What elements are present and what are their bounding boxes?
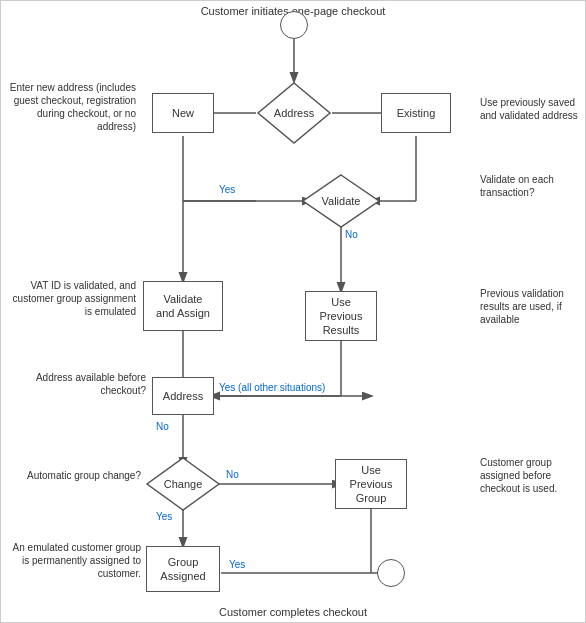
customer-group-assigned-label: Customer group assigned before checkout … xyxy=(480,456,580,495)
diagram-container: Customer initiates one-page checkout Add… xyxy=(0,0,586,623)
address-diamond: Address xyxy=(256,81,332,145)
existing-rect: Existing xyxy=(381,93,451,133)
previous-validation-label: Previous validation results are used, if… xyxy=(480,287,580,326)
new-rect: New xyxy=(152,93,214,133)
validate-on-each-label: Validate on each transaction? xyxy=(480,173,580,199)
use-previously-saved-label: Use previously saved and validated addre… xyxy=(480,96,580,122)
use-previous-group-rect: Use Previous Group xyxy=(335,459,407,509)
address2-rect: Address xyxy=(152,377,214,415)
start-circle xyxy=(280,11,308,39)
automatic-group-label: Automatic group change? xyxy=(6,469,141,482)
emulated-customer-label: An emulated customer group is permanentl… xyxy=(6,541,141,580)
address-available-label: Address available before checkout? xyxy=(6,371,146,397)
no-label-address2: No xyxy=(156,421,169,432)
vat-id-validated-label: VAT ID is validated, and customer group … xyxy=(6,279,136,318)
enter-new-address-label: Enter new address (includes guest checko… xyxy=(6,81,136,133)
yes-label-group-assigned: Yes xyxy=(229,559,245,570)
validate-diamond: Validate xyxy=(301,173,381,229)
no-label-change: No xyxy=(226,469,239,480)
yes-label-validate: Yes xyxy=(219,184,235,195)
validate-assign-rect: Validate and Assign xyxy=(143,281,223,331)
end-circle xyxy=(377,559,405,587)
use-previous-results-rect: Use Previous Results xyxy=(305,291,377,341)
no-label-validate: No xyxy=(345,229,358,240)
group-assigned-rect: Group Assigned xyxy=(146,546,220,592)
bottom-title: Customer completes checkout xyxy=(1,606,585,618)
yes-all-label: Yes (all other situations) xyxy=(219,382,325,393)
change-diamond: Change xyxy=(145,456,221,512)
yes-label-change: Yes xyxy=(156,511,172,522)
